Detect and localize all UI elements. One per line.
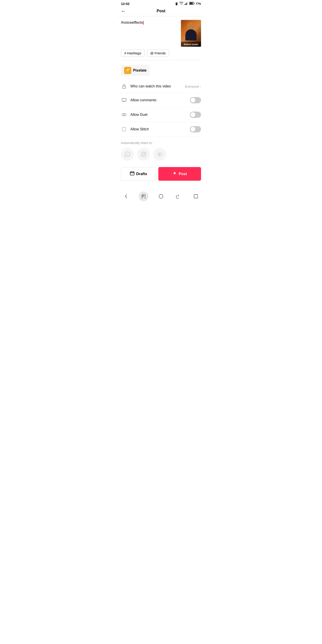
- share-label: Automatically share to:: [121, 141, 201, 145]
- post-label: Post: [179, 172, 187, 176]
- allow-stitch-label: Allow Stitch: [130, 127, 190, 131]
- allow-duet-toggle[interactable]: [190, 112, 201, 118]
- allow-comments-label: Allow comments: [130, 98, 190, 102]
- allow-stitch-row: Allow Stitch: [121, 122, 201, 137]
- allow-duet-label: Allow Duet: [130, 113, 190, 117]
- hashtags-button[interactable]: # Hashtags: [121, 50, 145, 57]
- chevron-icon: ›: [200, 84, 201, 88]
- effect-icon: [124, 67, 131, 74]
- hashtags-label: Hashtags: [127, 51, 141, 55]
- caption-row: #voiceeffects Select cover: [121, 20, 201, 47]
- who-can-watch-value: Everyone ›: [185, 84, 201, 88]
- drafts-label: Drafts: [136, 172, 147, 176]
- svg-point-15: [142, 153, 145, 156]
- battery-icon: [189, 2, 194, 6]
- share-icons-row: [121, 148, 201, 161]
- svg-rect-2: [186, 3, 187, 5]
- svg-rect-19: [131, 171, 132, 172]
- comment-icon: [121, 98, 127, 103]
- allow-comments-toggle[interactable]: [190, 97, 201, 103]
- thumbnail-container[interactable]: Select cover: [181, 20, 201, 47]
- bottom-actions: Drafts Post: [121, 167, 201, 181]
- svg-rect-9: [122, 86, 126, 88]
- add-share-button[interactable]: [153, 148, 166, 161]
- friends-label: Friends: [154, 51, 166, 55]
- svg-rect-1: [185, 3, 186, 5]
- caption-input-area[interactable]: #voiceeffects: [121, 20, 178, 25]
- svg-point-23: [159, 194, 163, 198]
- post-button[interactable]: Post: [158, 167, 201, 181]
- vibrate-icon: 📳: [175, 2, 178, 5]
- allow-comments-row: Allow comments: [121, 93, 201, 108]
- nav-power-button[interactable]: [174, 192, 183, 201]
- share-section: Automatically share to:: [121, 141, 201, 161]
- drafts-button[interactable]: Drafts: [121, 167, 156, 181]
- select-cover-label[interactable]: Select cover: [181, 42, 201, 47]
- svg-point-7: [128, 69, 130, 70]
- allow-stitch-toggle[interactable]: [190, 126, 201, 132]
- svg-rect-20: [133, 171, 134, 172]
- svg-rect-24: [194, 194, 198, 198]
- nav-circle-button[interactable]: [156, 192, 166, 201]
- svg-point-16: [144, 153, 145, 153]
- stitch-icon: [121, 127, 127, 132]
- status-time: 12:02: [121, 2, 130, 6]
- status-bar: 12:02 📳 77%: [118, 0, 204, 6]
- status-icons: 📳 77%: [175, 2, 201, 6]
- svg-rect-22: [143, 196, 144, 197]
- text-cursor: [143, 21, 144, 25]
- tag-buttons: # Hashtags @ Friends: [121, 50, 201, 57]
- nav-square-button[interactable]: [191, 192, 201, 201]
- lock-icon: [121, 84, 127, 89]
- svg-rect-6: [190, 2, 193, 4]
- signal-icon: [184, 2, 188, 6]
- effect-label: Pixelate: [133, 68, 146, 72]
- nav-home-button[interactable]: [139, 192, 148, 201]
- settings-section: Who can watch this video Everyone › Allo…: [121, 80, 201, 137]
- top-nav: ← Post: [118, 6, 204, 16]
- svg-rect-14: [141, 152, 146, 156]
- main-content: #voiceeffects Select cover # Hashtags @ …: [118, 16, 204, 184]
- svg-rect-5: [194, 3, 194, 4]
- instagram-share-button[interactable]: [137, 148, 150, 161]
- svg-point-8: [126, 72, 127, 72]
- who-can-watch-row[interactable]: Who can watch this video Everyone ›: [121, 80, 201, 93]
- effect-badge[interactable]: Pixelate: [121, 65, 150, 76]
- svg-rect-18: [130, 172, 134, 175]
- bottom-nav: [118, 188, 204, 206]
- whatsapp-share-button[interactable]: [121, 148, 134, 161]
- battery-percent: 77%: [196, 2, 201, 5]
- svg-rect-0: [184, 4, 185, 5]
- svg-rect-3: [187, 2, 188, 5]
- page-title: Post: [156, 9, 165, 14]
- divider-1: [121, 60, 201, 60]
- at-icon: @: [150, 51, 154, 55]
- allow-duet-row: Allow Duet: [121, 108, 201, 122]
- who-can-watch-label: Who can watch this video: [130, 84, 185, 88]
- hashtag-icon: #: [124, 51, 126, 55]
- post-icon: [172, 171, 177, 177]
- friends-button[interactable]: @ Friends: [147, 50, 169, 57]
- nav-back-button[interactable]: [121, 192, 131, 201]
- caption-text[interactable]: #voiceeffects: [121, 20, 143, 24]
- wifi-icon: [179, 2, 183, 6]
- back-button[interactable]: ←: [121, 8, 126, 14]
- svg-rect-10: [122, 98, 126, 101]
- drafts-icon: [130, 171, 134, 176]
- svg-rect-13: [122, 128, 126, 131]
- duet-icon: [121, 112, 127, 117]
